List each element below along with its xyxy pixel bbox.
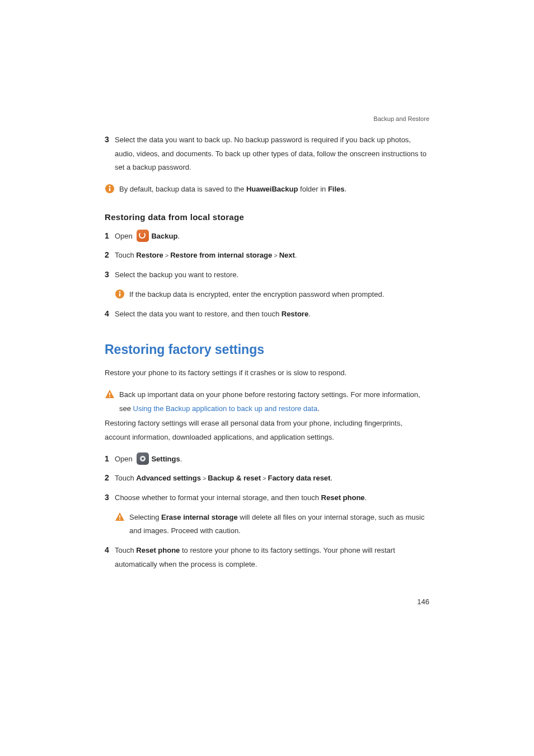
step-text: Select the data you want to back up. No … xyxy=(115,133,429,175)
warning-icon xyxy=(115,512,125,522)
step-number: 1 xyxy=(105,230,115,242)
text: Touch xyxy=(115,474,136,482)
note-text: If the backup data is encrypted, enter t… xyxy=(129,288,429,302)
section-heading-factory: Restoring factory settings xyxy=(105,342,429,357)
text: . xyxy=(317,404,320,413)
note-text: Back up important data on your phone bef… xyxy=(119,388,429,416)
breadcrumb-separator: > xyxy=(163,252,170,259)
bold-text: Reset phone xyxy=(321,493,365,502)
step-number: 4 xyxy=(105,544,115,556)
warning-backup-first: Back up important data on your phone bef… xyxy=(105,388,429,416)
text: . xyxy=(365,493,367,502)
info-note-encrypted: If the backup data is encrypted, enter t… xyxy=(105,288,429,302)
bold-text: Advanced settings xyxy=(136,474,201,482)
svg-point-9 xyxy=(119,519,120,520)
info-icon xyxy=(115,289,125,299)
text: Open xyxy=(115,455,134,463)
svg-point-7 xyxy=(109,396,110,397)
svg-point-1 xyxy=(109,186,111,188)
step-number: 2 xyxy=(105,472,115,484)
bold-text: Restore xyxy=(282,310,308,318)
bold-text: Reset phone xyxy=(136,546,180,554)
step-text: Select the backup you want to restore. xyxy=(115,268,429,282)
text: . xyxy=(177,232,180,240)
text: . xyxy=(330,474,332,482)
step-3-select-backup: 3 Select the backup you want to restore. xyxy=(105,268,429,282)
step-3-format-choice: 3 Choose whether to format your internal… xyxy=(105,491,429,505)
text: Touch xyxy=(115,251,136,259)
step-number: 3 xyxy=(105,133,115,146)
svg-rect-8 xyxy=(119,515,120,518)
text: . xyxy=(308,310,311,318)
step-text: Select the data you want to restore, and… xyxy=(115,307,429,321)
note-text: By default, backup data is saved to the … xyxy=(119,183,429,197)
step-text: Open Backup. xyxy=(115,230,429,244)
bold-text: Backup & reset xyxy=(208,474,261,482)
step-number: 2 xyxy=(105,249,115,261)
text: folder in xyxy=(298,185,327,193)
text: . xyxy=(295,251,297,259)
text: By default, backup data is saved to the xyxy=(119,185,246,193)
note-text: Selecting Erase internal storage will de… xyxy=(129,511,429,538)
step-number: 3 xyxy=(105,491,115,503)
bold-text: Files xyxy=(328,185,345,193)
svg-rect-6 xyxy=(109,393,110,395)
svg-rect-2 xyxy=(109,188,110,192)
svg-rect-5 xyxy=(119,293,120,296)
bold-text: Next xyxy=(279,251,295,259)
bold-text: Erase internal storage xyxy=(161,513,238,521)
text: . xyxy=(180,455,182,463)
bold-text: Restore xyxy=(136,251,163,259)
warning-erase-internal: Selecting Erase internal storage will de… xyxy=(105,511,429,538)
warning-icon xyxy=(105,389,115,399)
text: Select the data you want to restore, and… xyxy=(115,310,282,318)
step-number: 4 xyxy=(105,307,115,320)
intro-text: Restore your phone to its factory settin… xyxy=(105,366,429,380)
step-4-select-data-restore: 4 Select the data you want to restore, a… xyxy=(105,307,429,321)
bold-text: Backup xyxy=(151,232,177,240)
bold-text: Settings xyxy=(151,455,180,463)
breadcrumb-separator: > xyxy=(261,475,268,482)
page-number: 146 xyxy=(417,598,429,606)
step-1-open-settings: 1 Open Settings. xyxy=(105,452,429,466)
step-1-open-backup: 1 Open Backup. xyxy=(105,230,429,244)
step-number: 1 xyxy=(105,452,115,465)
subheading-restore-local: Restoring data from local storage xyxy=(105,212,429,222)
header-section-label: Backup and Restore xyxy=(373,115,429,122)
step-2-touch-restore-path: 2 Touch Restore>Restore from internal st… xyxy=(105,249,429,263)
step-text: Touch Restore>Restore from internal stor… xyxy=(115,249,429,263)
bold-text: Restore from internal storage xyxy=(170,251,272,259)
bold-text: Factory data reset xyxy=(268,474,330,482)
info-note-default-folder: By default, backup data is saved to the … xyxy=(105,183,429,197)
step-number: 3 xyxy=(105,268,115,281)
step-text: Touch Advanced settings>Backup & reset>F… xyxy=(115,472,429,486)
settings-app-icon xyxy=(137,452,149,465)
text: . xyxy=(345,185,347,193)
step-3-backup-select: 3 Select the data you want to back up. N… xyxy=(105,133,429,175)
text: Touch xyxy=(115,546,136,554)
step-text: Open Settings. xyxy=(115,452,429,466)
link-backup-app[interactable]: Using the Backup application to back up … xyxy=(133,404,318,413)
text: Selecting xyxy=(129,513,161,521)
bold-text: HuaweiBackup xyxy=(246,185,298,193)
step-2-touch-advanced-path: 2 Touch Advanced settings>Backup & reset… xyxy=(105,472,429,486)
step-4-reset-phone: 4 Touch Reset phone to restore your phon… xyxy=(105,544,429,571)
body-text-erase-warning: Restoring factory settings will erase al… xyxy=(105,417,429,444)
breadcrumb-separator: > xyxy=(272,252,279,259)
info-icon xyxy=(105,184,115,194)
step-text: Choose whether to format your internal s… xyxy=(115,491,429,505)
text: Choose whether to format your internal s… xyxy=(115,493,321,502)
backup-app-icon xyxy=(137,230,149,242)
document-page: Backup and Restore 3 Select the data you… xyxy=(0,0,534,756)
breadcrumb-separator: > xyxy=(201,475,208,482)
step-text: Touch Reset phone to restore your phone … xyxy=(115,544,429,571)
svg-point-4 xyxy=(119,291,121,293)
text: Open xyxy=(115,232,134,240)
